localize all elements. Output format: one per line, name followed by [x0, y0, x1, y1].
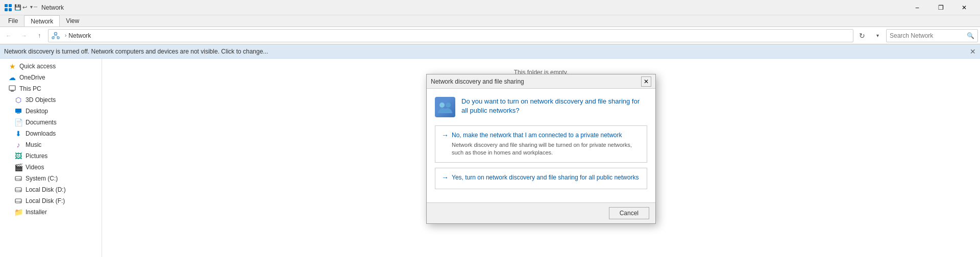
path-arrow: › — [65, 33, 66, 38]
svg-point-22 — [20, 202, 21, 203]
desktop-icon — [14, 107, 22, 115]
hdd-c-icon — [14, 174, 22, 183]
cancel-button[interactable]: Cancel — [609, 207, 649, 219]
sidebar-item-videos[interactable]: 🎬 Videos — [0, 162, 102, 173]
sidebar-label-documents: Documents — [26, 119, 57, 126]
tab-network[interactable]: Network — [24, 15, 60, 27]
svg-point-5 — [52, 37, 54, 39]
svg-rect-10 — [11, 91, 14, 92]
svg-line-7 — [54, 35, 56, 37]
window-title: Network — [41, 4, 905, 11]
dialog-title: Network discovery and file sharing — [431, 78, 641, 85]
music-icon: ♪ — [14, 141, 22, 149]
title-bar: 💾 ↩ ▾ ─ Network – ❐ ✕ — [0, 0, 980, 15]
restore-button[interactable]: ❐ — [929, 0, 952, 15]
sidebar-item-documents[interactable]: 📄 Documents — [0, 117, 102, 128]
notification-text: Network discovery is turned off. Network… — [4, 48, 268, 55]
videos-icon: 🎬 — [14, 163, 22, 171]
dialog-body: Do you want to turn on network discovery… — [427, 89, 655, 202]
sidebar-item-pictures[interactable]: 🖼 Pictures — [0, 150, 102, 162]
dialog-footer: Cancel — [427, 202, 655, 223]
arrow-icon-2: → — [442, 173, 449, 182]
sidebar-label-music: Music — [26, 141, 41, 148]
svg-rect-1 — [9, 4, 12, 7]
sidebar-item-this-pc[interactable]: This PC — [0, 83, 102, 94]
sidebar-item-desktop[interactable]: Desktop — [0, 106, 102, 117]
sidebar: ★ Quick access ☁ OneDrive This PC ⬡ 3D O… — [0, 59, 102, 257]
ribbon-tab-bar: File Network View — [0, 15, 980, 27]
sidebar-label-installer: Installer — [26, 209, 47, 216]
sidebar-label-downloads: Downloads — [26, 130, 56, 137]
dialog-overlay: Network discovery and file sharing ✕ — [102, 59, 980, 257]
sidebar-label-onedrive: OneDrive — [19, 74, 45, 81]
pc-icon — [8, 85, 16, 93]
app-icon — [4, 4, 12, 12]
search-box[interactable]: 🔍 — [886, 29, 978, 42]
dialog-option-public[interactable]: → Yes, turn on network discovery and fil… — [435, 168, 647, 189]
path-network-icon — [52, 31, 60, 40]
svg-rect-2 — [5, 8, 8, 11]
pictures-icon: 🖼 — [14, 152, 22, 160]
hdd-d-icon — [14, 186, 22, 194]
hdd-f-icon — [14, 197, 22, 205]
sidebar-item-local-d[interactable]: Local Disk (D:) — [0, 184, 102, 195]
dialog-question-section: Do you want to turn on network discovery… — [435, 97, 647, 117]
arrow-icon-1: → — [442, 131, 449, 139]
path-current: Network — [68, 32, 91, 39]
sidebar-label-videos: Videos — [26, 164, 44, 171]
sidebar-item-downloads[interactable]: ⬇ Downloads — [0, 128, 102, 139]
sidebar-item-onedrive[interactable]: ☁ OneDrive — [0, 72, 102, 83]
address-bar: ← → ↑ › Network ↻ ▾ 🔍 — [0, 27, 980, 44]
sidebar-item-local-f[interactable]: Local Disk (F:) — [0, 195, 102, 207]
search-input[interactable] — [890, 32, 967, 39]
forward-button[interactable]: → — [17, 29, 31, 42]
folder-icon: 📁 — [14, 208, 22, 216]
svg-point-6 — [57, 37, 59, 39]
search-icon: 🔍 — [967, 32, 974, 39]
sidebar-item-music[interactable]: ♪ Music — [0, 139, 102, 150]
close-button[interactable]: ✕ — [952, 0, 976, 15]
dialog-close-button[interactable]: ✕ — [641, 76, 651, 87]
sidebar-label-3d-objects: 3D Objects — [26, 96, 56, 104]
sidebar-label-desktop: Desktop — [26, 108, 48, 115]
dropdown-button[interactable]: ▾ — [871, 29, 884, 42]
main-layout: ★ Quick access ☁ OneDrive This PC ⬡ 3D O… — [0, 59, 980, 257]
svg-rect-9 — [9, 86, 15, 90]
svg-rect-3 — [9, 8, 12, 11]
notification-close-button[interactable]: ✕ — [970, 47, 976, 56]
up-button[interactable]: ↑ — [33, 29, 46, 42]
tab-view[interactable]: View — [60, 15, 85, 27]
dialog-option-private[interactable]: → No, make the network that I am connect… — [435, 125, 647, 163]
svg-point-4 — [55, 33, 57, 35]
dialog-question-text: Do you want to turn on network discovery… — [461, 97, 647, 117]
network-sharing-icon — [435, 97, 455, 117]
ribbon: File Network View — [0, 15, 980, 27]
dialog-option-private-title: → No, make the network that I am connect… — [442, 131, 641, 139]
sidebar-item-quick-access[interactable]: ★ Quick access — [0, 61, 102, 72]
address-path[interactable]: › Network — [48, 29, 853, 42]
minimize-button[interactable]: – — [905, 0, 929, 15]
svg-point-16 — [20, 179, 21, 181]
back-button[interactable]: ← — [2, 29, 15, 42]
dialog-option-private-desc: Network discovery and file sharing will … — [442, 141, 641, 157]
cloud-icon: ☁ — [8, 73, 16, 82]
sidebar-label-local-d: Local Disk (D:) — [26, 186, 66, 193]
svg-line-8 — [56, 35, 58, 37]
svg-rect-0 — [5, 4, 8, 7]
svg-point-24 — [446, 102, 451, 108]
sidebar-label-local-f: Local Disk (F:) — [26, 197, 65, 204]
sidebar-label-this-pc: This PC — [19, 85, 41, 92]
svg-rect-12 — [15, 109, 21, 113]
sidebar-item-system-c[interactable]: System (C:) — [0, 173, 102, 184]
sidebar-label-pictures: Pictures — [26, 152, 47, 160]
window-controls: – ❐ ✕ — [905, 0, 976, 15]
refresh-button[interactable]: ↻ — [855, 29, 869, 42]
notification-bar[interactable]: Network discovery is turned off. Network… — [0, 44, 980, 59]
star-icon: ★ — [8, 62, 16, 70]
dialog-option-public-title: → Yes, turn on network discovery and fil… — [442, 173, 641, 182]
tab-file[interactable]: File — [2, 15, 24, 27]
sidebar-item-3d-objects[interactable]: ⬡ 3D Objects — [0, 94, 102, 106]
sidebar-label-system-c: System (C:) — [26, 175, 58, 182]
sidebar-item-installer[interactable]: 📁 Installer — [0, 207, 102, 218]
cube-icon: ⬡ — [14, 96, 22, 104]
